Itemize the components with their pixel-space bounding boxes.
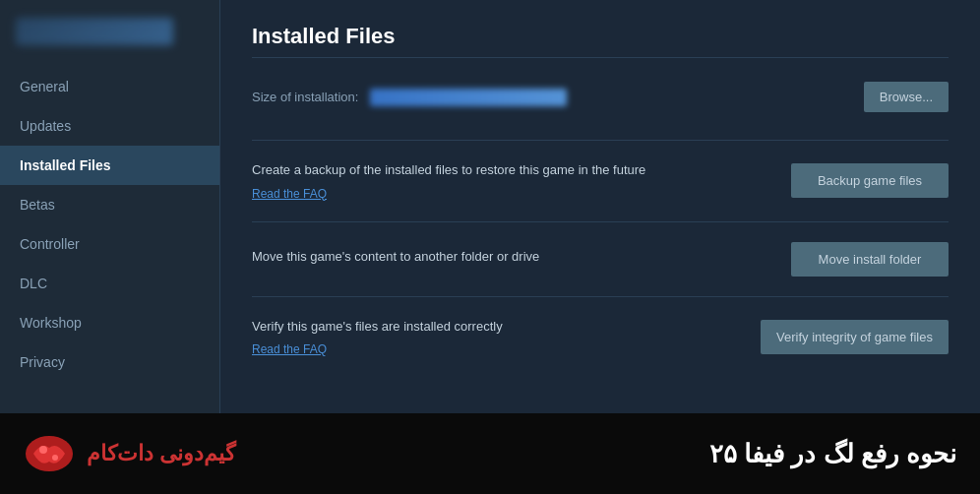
verify-section: Verify this game's files are installed c… (252, 296, 949, 378)
footer-logo-icon (24, 432, 75, 475)
size-bar (370, 89, 567, 106)
size-label: Size of installation: (252, 90, 358, 104)
sidebar: General Updates Installed Files Betas Co… (0, 0, 220, 413)
sidebar-item-dlc[interactable]: DLC (0, 264, 219, 303)
move-description: Move this game's content to another fold… (252, 247, 775, 267)
sidebar-logo-blurred (16, 18, 173, 45)
move-text: Move this game's content to another fold… (252, 247, 775, 271)
footer-right-text: نحوه رفع لگ در فیفا ۲۵ (709, 439, 956, 469)
sidebar-logo-area (0, 8, 219, 67)
backup-faq-link[interactable]: Read the FAQ (252, 187, 327, 201)
install-size-row: Size of installation: Browse... (252, 82, 949, 112)
svg-point-1 (39, 446, 47, 454)
backup-text: Create a backup of the installed files t… (252, 160, 775, 202)
footer-left: گیم‌دونی دات‌کام (24, 432, 235, 475)
verify-description: Verify this game's files are installed c… (252, 317, 745, 337)
svg-point-2 (52, 455, 58, 461)
main-container: General Updates Installed Files Betas Co… (0, 0, 980, 413)
backup-section: Create a backup of the installed files t… (252, 140, 949, 221)
page-title: Installed Files (252, 24, 949, 58)
content-area: Installed Files Size of installation: Br… (220, 0, 980, 413)
backup-button[interactable]: Backup game files (791, 163, 949, 198)
footer-logo-text: گیم‌دونی دات‌کام (87, 441, 235, 466)
sidebar-item-general[interactable]: General (0, 67, 219, 106)
sidebar-item-privacy[interactable]: Privacy (0, 342, 219, 382)
verify-faq-link[interactable]: Read the FAQ (252, 342, 327, 356)
verify-button[interactable]: Verify integrity of game files (761, 320, 949, 354)
backup-description: Create a backup of the installed files t… (252, 160, 775, 180)
footer: گیم‌دونی دات‌کام نحوه رفع لگ در فیفا ۲۵ (0, 413, 980, 494)
sidebar-item-installed-files[interactable]: Installed Files (0, 146, 219, 185)
move-button[interactable]: Move install folder (791, 242, 949, 277)
verify-text: Verify this game's files are installed c… (252, 317, 745, 358)
move-section: Move this game's content to another fold… (252, 221, 949, 296)
sidebar-item-updates[interactable]: Updates (0, 106, 219, 146)
sidebar-item-controller[interactable]: Controller (0, 224, 219, 264)
sidebar-item-workshop[interactable]: Workshop (0, 303, 219, 342)
sidebar-item-betas[interactable]: Betas (0, 185, 219, 224)
browse-button[interactable]: Browse... (864, 82, 949, 112)
